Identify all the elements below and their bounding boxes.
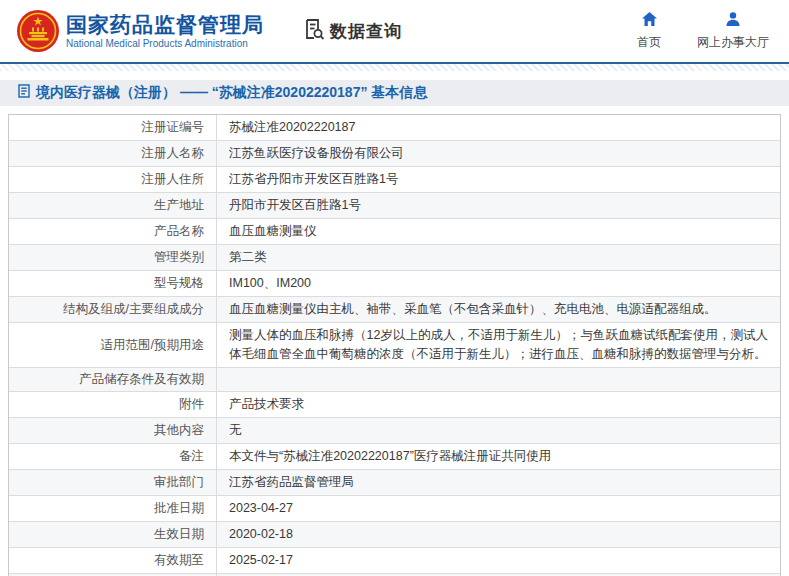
document-search-icon (302, 17, 326, 45)
row-label: 产品名称 (9, 219, 217, 244)
site-header: 国家药品监督管理局 National Medical Products Admi… (0, 0, 789, 62)
table-row: 注册人住所江苏省丹阳市开发区百胜路1号 (9, 167, 780, 193)
row-value: 2025-02-17 (217, 548, 780, 573)
table-row: 结构及组成/主要组成成分血压血糖测量仪由主机、袖带、采血笔（不包含采血针）、充电… (9, 297, 780, 323)
row-value: 测量人体的血压和脉搏（12岁以上的成人，不适用于新生儿）；与鱼跃血糖试纸配套使用… (217, 323, 780, 367)
row-value: 第二类 (217, 245, 780, 270)
row-value: 江苏省丹阳市开发区百胜路1号 (217, 167, 780, 192)
person-icon (725, 11, 741, 31)
row-label: 批准日期 (9, 496, 217, 521)
table-row: 注册人名称江苏鱼跃医疗设备股份有限公司 (9, 141, 780, 167)
table-row: 生产地址丹阳市开发区百胜路1号 (9, 193, 780, 219)
brand-name-zh: 国家药品监督管理局 (66, 13, 264, 37)
row-value: 本文件与“苏械注准20202220187”医疗器械注册证共同使用 (217, 444, 780, 469)
table-row: 有效期至2025-02-17 (9, 548, 780, 574)
table-row: 产品储存条件及有效期 (9, 368, 780, 392)
nav-label-home: 首页 (637, 34, 661, 51)
table-row: 适用范围/预期用途测量人体的血压和脉搏（12岁以上的成人，不适用于新生儿）；与鱼… (9, 323, 780, 368)
nav-item-home[interactable]: 首页 (627, 11, 671, 51)
table-row: 型号规格IM100、IM200 (9, 271, 780, 297)
table-row: 其他内容无 (9, 418, 780, 444)
row-label: 生产地址 (9, 193, 217, 218)
document-icon (18, 84, 30, 102)
row-label: 适用范围/预期用途 (9, 323, 217, 367)
row-label: 注册证编号 (9, 115, 217, 140)
page-title-bar: 境内医疗器械（注册） —— “苏械注准20202220187” 基本信息 (0, 80, 789, 106)
row-label: 型号规格 (9, 271, 217, 296)
row-value: 丹阳市开发区百胜路1号 (217, 193, 780, 218)
row-label: 管理类别 (9, 245, 217, 270)
nav-label-online-hall: 网上办事大厅 (697, 34, 769, 51)
table-row: 批准日期2023-04-27 (9, 496, 780, 522)
row-value: 江苏鱼跃医疗设备股份有限公司 (217, 141, 780, 166)
row-label: 其他内容 (9, 418, 217, 443)
row-label: 注册人住所 (9, 167, 217, 192)
national-emblem-logo (16, 9, 60, 53)
row-label: 审批部门 (9, 470, 217, 495)
row-value: 2023-04-27 (217, 496, 780, 521)
brand-name-en: National Medical Products Administration (66, 37, 264, 50)
data-query-button[interactable]: 数据查询 (302, 17, 402, 45)
row-value: IM100、IM200 (217, 271, 780, 296)
table-row: 备注本文件与“苏械注准20202220187”医疗器械注册证共同使用 (9, 444, 780, 470)
nav-item-online-hall[interactable]: 网上办事大厅 (697, 11, 769, 51)
row-label: 结构及组成/主要组成成分 (9, 297, 217, 322)
row-value: 血压血糖测量仪 (217, 219, 780, 244)
table-row: 管理类别第二类 (9, 245, 780, 271)
row-label: 生效日期 (9, 522, 217, 547)
data-query-label: 数据查询 (330, 20, 402, 43)
table-row: 附件产品技术要求 (9, 392, 780, 418)
hatch-band (0, 64, 789, 71)
row-value: 血压血糖测量仪由主机、袖带、采血笔（不包含采血针）、充电电池、电源适配器组成。 (217, 297, 780, 322)
row-value: 江苏省药品监督管理局 (217, 470, 780, 495)
row-value: 苏械注准20202220187 (217, 115, 780, 140)
header-nav: 首页 网上办事大厅 (627, 11, 769, 51)
table-row: 生效日期2020-02-18 (9, 522, 780, 548)
row-label: 备注 (9, 444, 217, 469)
row-value: 产品技术要求 (217, 392, 780, 417)
home-icon (641, 11, 658, 31)
info-table: 注册证编号苏械注准20202220187注册人名称江苏鱼跃医疗设备股份有限公司注… (8, 114, 781, 576)
row-label: 附件 (9, 392, 217, 417)
table-row: 产品名称血压血糖测量仪 (9, 219, 780, 245)
row-label: 注册人名称 (9, 141, 217, 166)
row-value: 2020-02-18 (217, 522, 780, 547)
row-value (217, 368, 780, 391)
row-value: 无 (217, 418, 780, 443)
row-label: 有效期至 (9, 548, 217, 573)
row-label: 产品储存条件及有效期 (9, 368, 217, 391)
page-title: 境内医疗器械（注册） —— “苏械注准20202220187” 基本信息 (36, 84, 427, 102)
brand-block: 国家药品监督管理局 National Medical Products Admi… (66, 13, 264, 50)
table-row: 审批部门江苏省药品监督管理局 (9, 470, 780, 496)
table-row: 注册证编号苏械注准20202220187 (9, 115, 780, 141)
